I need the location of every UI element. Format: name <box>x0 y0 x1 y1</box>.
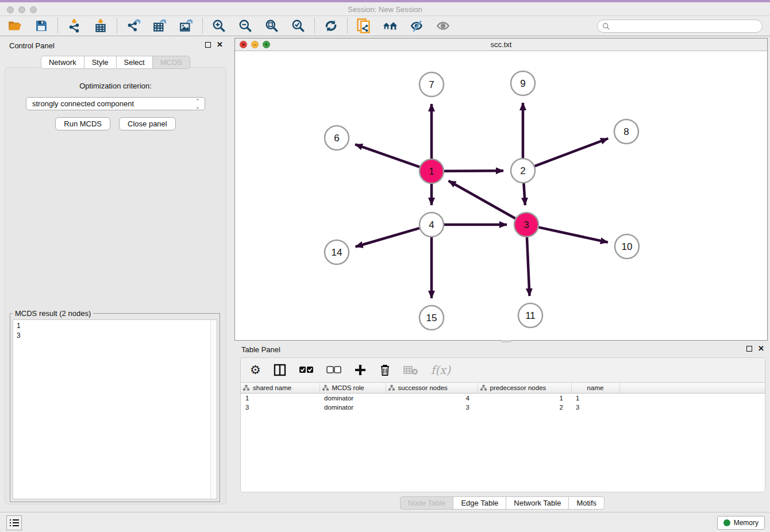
result-scrollbar[interactable] <box>210 320 217 499</box>
table-row[interactable]: 1dominator411 <box>241 394 765 403</box>
save-session-icon[interactable] <box>33 18 49 34</box>
search-icon <box>602 22 610 30</box>
edge-3-10[interactable] <box>538 228 607 242</box>
add-icon[interactable] <box>354 363 367 377</box>
float-table-panel-icon[interactable] <box>746 346 752 352</box>
export-table-icon[interactable] <box>152 18 168 34</box>
node-10[interactable]: 10 <box>615 234 639 259</box>
close-panel-button[interactable]: Close panel <box>119 117 176 130</box>
node-table[interactable]: shared nameMCDS rolesuccessor nodesprede… <box>241 382 765 412</box>
mcds-result-text: 1 3 <box>13 320 210 499</box>
tab-style[interactable]: Style <box>84 56 116 69</box>
hide-graphics-details-icon[interactable] <box>409 18 425 34</box>
tab-network[interactable]: Network <box>41 56 84 69</box>
node-2[interactable]: 2 <box>511 159 535 183</box>
import-table-icon[interactable] <box>93 18 109 34</box>
function-builder-icon[interactable]: f(x) <box>431 363 451 377</box>
import-network-icon[interactable] <box>66 18 82 34</box>
cell-predecessor-nodes[interactable]: 1 <box>478 394 571 403</box>
cell-successor-nodes[interactable]: 3 <box>386 403 478 412</box>
table-row[interactable]: 3dominator323 <box>241 403 765 412</box>
edge-4-14[interactable] <box>356 228 419 246</box>
column-header-successor-nodes[interactable]: successor nodes <box>386 383 478 394</box>
clone-network-icon[interactable] <box>356 18 372 34</box>
cell-name[interactable]: 3 <box>571 403 619 412</box>
open-file-icon[interactable] <box>7 18 23 34</box>
edge-2-8[interactable] <box>535 138 609 166</box>
run-mcds-button[interactable]: Run MCDS <box>55 117 110 130</box>
cell-shared-name[interactable]: 1 <box>241 394 319 403</box>
tab-node-table[interactable]: Node Table <box>400 496 453 510</box>
node-4[interactable]: 4 <box>419 213 444 237</box>
column-header-name[interactable]: name <box>571 383 619 394</box>
svg-text:2: 2 <box>520 165 525 176</box>
mcds-panel: Optimization criterion: strongly connect… <box>5 67 226 504</box>
node-8[interactable]: 8 <box>614 119 638 144</box>
column-tree-icon <box>480 385 487 391</box>
task-history-button[interactable] <box>6 515 22 530</box>
cell-shared-name[interactable]: 3 <box>241 403 319 412</box>
edge-2-3[interactable] <box>523 183 525 205</box>
cell-name[interactable]: 1 <box>571 394 619 403</box>
cell-mcds-role[interactable]: dominator <box>319 403 386 412</box>
export-network-icon[interactable] <box>125 18 141 34</box>
close-panel-icon[interactable]: ✕ <box>217 41 223 48</box>
dropdown-stepper-icon: ⌃⌄ <box>194 99 201 110</box>
search-field[interactable] <box>597 20 763 33</box>
network-view-window: ✕ − + scc.txt 7968124314101511 <box>234 38 768 341</box>
node-6[interactable]: 6 <box>325 126 349 150</box>
node-15[interactable]: 15 <box>419 306 444 330</box>
deselect-all-icon[interactable] <box>326 363 341 377</box>
cell-successor-nodes[interactable]: 4 <box>386 394 478 403</box>
edge-3-11[interactable] <box>527 237 530 296</box>
zoom-fit-icon[interactable] <box>264 18 280 34</box>
column-header-predecessor-nodes[interactable]: predecessor nodes <box>478 383 571 394</box>
close-table-panel-icon[interactable]: ✕ <box>758 345 764 352</box>
search-input[interactable] <box>613 22 762 30</box>
tab-edge-table[interactable]: Edge Table <box>453 496 506 510</box>
memory-label: Memory <box>734 519 759 527</box>
column-header-mcds-role[interactable]: MCDS role <box>319 383 386 394</box>
edge-1-6[interactable] <box>355 144 419 167</box>
network-graph[interactable]: 7968124314101511 <box>235 51 767 341</box>
float-panel-icon[interactable] <box>205 42 211 48</box>
column-tree-icon <box>322 385 329 391</box>
node-11[interactable]: 11 <box>518 303 542 327</box>
edge-1-2[interactable] <box>444 171 503 171</box>
network-canvas[interactable]: 7968124314101511 <box>235 51 767 340</box>
zoom-out-icon[interactable] <box>237 18 253 34</box>
cell-mcds-role[interactable]: dominator <box>319 394 386 403</box>
tab-select[interactable]: Select <box>116 56 152 69</box>
edge-3-1[interactable] <box>449 181 515 219</box>
column-header-shared-name[interactable]: shared name <box>241 383 319 394</box>
delete-table-icon[interactable] <box>403 363 418 377</box>
ndex-houses-icon[interactable] <box>382 18 398 34</box>
select-all-icon[interactable] <box>299 363 314 377</box>
export-image-icon[interactable] <box>178 18 194 34</box>
cell-predecessor-nodes[interactable]: 2 <box>478 403 571 412</box>
node-14[interactable]: 14 <box>325 240 349 264</box>
column-header-filler <box>619 383 765 394</box>
apply-layout-icon[interactable] <box>323 18 339 34</box>
network-window-titlebar[interactable]: ✕ − + scc.txt <box>235 38 767 51</box>
columns-icon[interactable] <box>274 363 286 377</box>
tab-network-table[interactable]: Network Table <box>506 496 568 510</box>
zoom-selected-icon[interactable] <box>290 18 306 34</box>
eye-icon[interactable] <box>435 18 451 34</box>
delete-icon[interactable] <box>379 363 391 377</box>
node-1[interactable]: 1 <box>419 159 444 183</box>
svg-text:3: 3 <box>523 219 529 230</box>
gear-icon[interactable]: ⚙ <box>250 363 261 377</box>
memory-button[interactable]: Memory <box>717 516 765 530</box>
optimization-criterion-label: Optimization criterion: <box>5 82 226 90</box>
svg-text:4: 4 <box>429 219 434 230</box>
tab-mcds[interactable]: MCDS <box>152 56 190 69</box>
node-3[interactable]: 3 <box>514 213 538 237</box>
zoom-in-icon[interactable] <box>211 18 227 34</box>
svg-text:1: 1 <box>429 166 434 177</box>
node-9[interactable]: 9 <box>511 71 535 95</box>
window-title: Session: New Session <box>0 5 770 14</box>
tab-motifs[interactable]: Motifs <box>568 496 605 510</box>
optimization-criterion-select[interactable]: strongly connected component ⌃⌄ <box>26 97 205 110</box>
node-7[interactable]: 7 <box>419 72 444 97</box>
